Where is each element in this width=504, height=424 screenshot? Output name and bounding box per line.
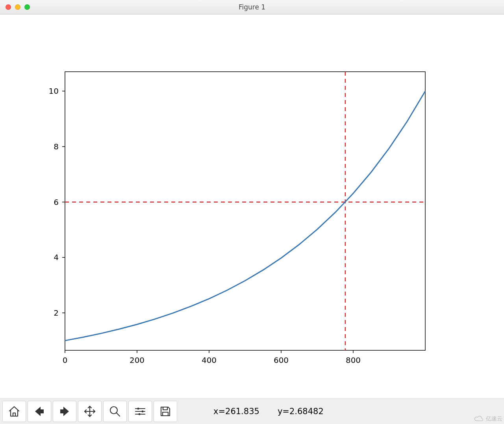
- pan-button[interactable]: [78, 401, 102, 422]
- traffic-lights: [6, 4, 30, 10]
- x-tick-label: 800: [346, 355, 361, 365]
- x-tick-label: 0: [63, 355, 68, 365]
- x-tick-label: 400: [202, 355, 217, 365]
- window-title: Figure 1: [0, 3, 504, 11]
- watermark: 亿速云: [474, 415, 502, 422]
- y-tick-label: 4: [54, 253, 59, 262]
- home-icon: [8, 405, 20, 418]
- zoom-button[interactable]: [103, 401, 127, 422]
- arrow-right-icon: [58, 405, 71, 418]
- sliders-icon: [134, 405, 146, 418]
- back-button[interactable]: [28, 401, 51, 422]
- move-icon: [83, 405, 96, 418]
- matplotlib-toolbar: x=261.835 y=2.68482 亿速云: [0, 398, 504, 424]
- save-button[interactable]: [154, 401, 177, 422]
- y-tick-label: 6: [54, 197, 59, 207]
- minimize-icon[interactable]: [15, 4, 20, 10]
- titlebar: Figure 1: [0, 0, 504, 15]
- svg-rect-0: [65, 72, 425, 350]
- zoom-icon[interactable]: [24, 4, 30, 10]
- y-tick-label: 10: [49, 86, 59, 96]
- floppy-icon: [159, 405, 172, 418]
- coord-x: x=261.835: [213, 407, 259, 416]
- home-button[interactable]: [2, 401, 26, 422]
- x-tick-label: 200: [130, 355, 145, 365]
- cloud-icon: [474, 416, 484, 422]
- cursor-coordinates: x=261.835 y=2.68482: [213, 407, 324, 416]
- configure-button[interactable]: [128, 401, 152, 422]
- forward-button[interactable]: [53, 401, 76, 422]
- series-curve: [65, 91, 425, 340]
- coord-y: y=2.68482: [278, 407, 324, 416]
- magnifier-icon: [109, 405, 121, 418]
- watermark-text: 亿速云: [486, 415, 502, 422]
- y-tick-label: 8: [54, 142, 59, 151]
- y-tick-label: 2: [54, 308, 59, 318]
- arrow-left-icon: [33, 405, 46, 418]
- svg-point-14: [139, 413, 141, 415]
- svg-point-12: [137, 408, 139, 410]
- close-icon[interactable]: [6, 4, 11, 10]
- x-tick-label: 600: [274, 355, 289, 365]
- figure-canvas[interactable]: 0200400600800246810: [0, 15, 504, 399]
- svg-point-13: [142, 411, 144, 413]
- plot[interactable]: 0200400600800246810: [0, 15, 504, 399]
